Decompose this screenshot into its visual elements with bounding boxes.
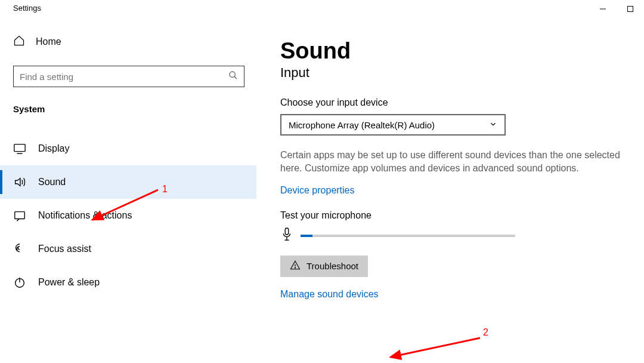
- sidebar-item-notifications[interactable]: Notifications & actions: [0, 199, 256, 232]
- sidebar-item-display[interactable]: Display: [0, 132, 256, 165]
- manage-sound-devices-link[interactable]: Manage sound devices: [280, 289, 379, 300]
- input-device-select[interactable]: Microphone Array (Realtek(R) Audio): [280, 114, 506, 136]
- search-input[interactable]: [20, 72, 228, 82]
- svg-rect-9: [285, 228, 289, 235]
- selected-device-value: Microphone Array (Realtek(R) Audio): [289, 120, 435, 130]
- category-label: System: [13, 104, 256, 114]
- mic-test-row: [280, 227, 638, 245]
- power-icon: [13, 276, 26, 289]
- choose-device-label: Choose your input device: [280, 97, 638, 108]
- svg-point-2: [230, 72, 235, 77]
- sound-icon: [13, 176, 26, 189]
- troubleshoot-label: Troubleshoot: [306, 261, 358, 271]
- notifications-icon: [13, 209, 26, 222]
- warning-icon: [290, 260, 301, 272]
- page-title: Sound: [280, 38, 638, 64]
- maximize-button[interactable]: [617, 0, 644, 18]
- svg-line-15: [391, 338, 480, 357]
- help-text: Certain apps may be set up to use differ…: [280, 149, 638, 176]
- sidebar-item-label: Display: [38, 143, 69, 154]
- sidebar-item-label: Power & sleep: [38, 277, 100, 288]
- svg-point-13: [295, 267, 295, 268]
- display-icon: [13, 142, 26, 155]
- svg-rect-1: [628, 7, 633, 12]
- troubleshoot-button[interactable]: Troubleshoot: [280, 256, 368, 277]
- annotation-label-2: 2: [483, 327, 488, 338]
- main-content: Sound Input Choose your input device Mic…: [280, 38, 638, 300]
- search-box[interactable]: [13, 66, 244, 87]
- sidebar: Home System Display Sound Notifications …: [0, 30, 256, 299]
- sidebar-item-focus-assist[interactable]: Focus assist: [0, 232, 256, 266]
- home-icon: [13, 35, 25, 49]
- sidebar-item-label: Focus assist: [38, 244, 91, 254]
- nav-list: Display Sound Notifications & actions Fo…: [0, 132, 256, 299]
- minimize-button[interactable]: [589, 0, 617, 18]
- section-subtitle: Input: [280, 65, 638, 81]
- window-controls: [589, 0, 644, 18]
- test-mic-label: Test your microphone: [280, 210, 638, 221]
- minimize-icon: [599, 5, 606, 13]
- annotation-arrow-2: [382, 334, 489, 361]
- svg-rect-6: [15, 212, 25, 219]
- chevron-down-icon: [489, 120, 497, 130]
- sidebar-item-label: Notifications & actions: [38, 210, 132, 221]
- focus-assist-icon: [13, 242, 26, 256]
- svg-rect-4: [14, 144, 25, 152]
- home-button[interactable]: Home: [13, 30, 256, 54]
- microphone-icon: [280, 227, 293, 245]
- home-label: Home: [36, 36, 61, 47]
- sidebar-item-power-sleep[interactable]: Power & sleep: [0, 266, 256, 299]
- mic-level-bar: [301, 235, 515, 237]
- maximize-icon: [627, 5, 634, 13]
- window-title: Settings: [13, 4, 41, 13]
- mic-level-fill: [301, 235, 312, 237]
- search-icon: [228, 70, 238, 82]
- sidebar-item-sound[interactable]: Sound: [0, 165, 256, 199]
- sidebar-item-label: Sound: [38, 177, 66, 187]
- svg-line-3: [234, 76, 237, 79]
- device-properties-link[interactable]: Device properties: [280, 185, 355, 196]
